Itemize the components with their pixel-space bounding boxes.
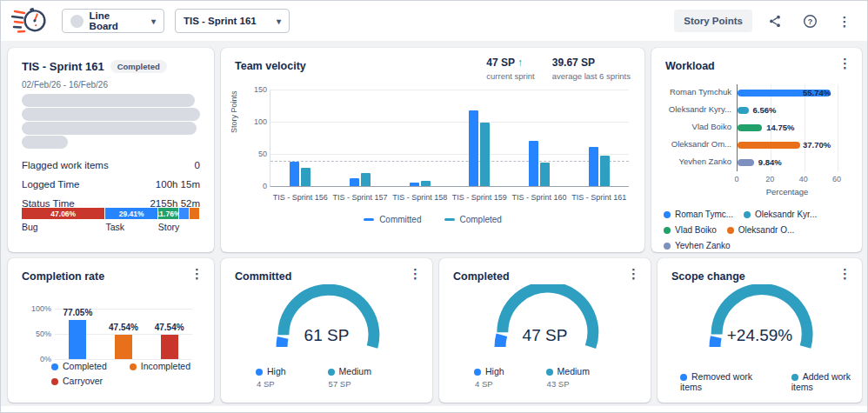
legend-high[interactable]: High 4 SP [474,366,504,389]
card-title: Team velocity [235,60,306,72]
sprint-goal-placeholder [22,94,200,150]
board-avatar [70,15,83,28]
gridline [270,90,629,90]
card-menu-icon[interactable]: ⋮ [190,267,204,280]
bar-value-label: 77.05% [50,308,105,317]
legend-removed[interactable]: Removed work items [680,371,762,392]
more-menu-icon[interactable]: ⋮ [832,9,857,33]
completed-gauge: 47 SP [480,284,611,354]
assignee-label: Roman Tymchuk [662,87,731,97]
workload-value: 6.56% [753,105,777,115]
bar-committed-2[interactable] [410,183,419,186]
sprint-date-range: 02/Feb/26 - 16/Feb/26 [22,80,108,90]
type-segment-other-4[interactable] [190,208,199,219]
velocity-legend: Committed Completed [235,215,631,224]
stat-row: Logged Time 100h 15m [22,175,200,194]
gridline [270,154,629,155]
dashboard: { "topbar": { "board_dropdown": { "label… [0,0,868,413]
current-sprint-stat: 47 SP ↑ current sprint [486,57,534,81]
y-tick-label: 0 [246,182,267,190]
average-stat: 39.67 SP average last 6 sprints [552,57,631,81]
legend-committed[interactable]: Committed [364,215,421,224]
card-menu-icon[interactable]: ⋮ [627,267,640,280]
bar-incompleted[interactable] [115,335,132,359]
dashboard-content: TIS - Sprint 161 Completed 02/Feb/26 - 1… [1,41,867,406]
gauge-legend: Removed work items Added work items [680,371,862,392]
legend-medium[interactable]: Medium 43 SP [546,366,590,389]
bar-completed-5[interactable] [600,156,610,186]
bar-carryover[interactable] [161,335,178,359]
bar-committed-1[interactable] [350,178,359,186]
share-icon[interactable] [763,9,787,33]
bar-completed-2[interactable] [421,181,431,186]
completion-legend: Completed Incompleted Carryover [51,361,190,390]
type-segment-Story[interactable]: 11.76% [158,208,178,219]
legend-item[interactable]: Roman Tymc... [664,210,733,219]
workload-bar-3[interactable] [738,124,762,131]
scope-change-card: Scope change ⋮ +24.59% Removed work item… [658,258,862,403]
x-axis-title: Percentage [737,187,838,197]
assignee-label: Oleksandr Kyry... [662,104,731,114]
card-menu-icon[interactable]: ⋮ [838,267,851,280]
svg-text:?: ? [807,17,811,25]
type-label: Story [158,222,180,232]
legend-medium[interactable]: Medium 57 SP [328,366,371,389]
type-label: Task [105,222,124,232]
card-menu-icon[interactable]: ⋮ [409,267,422,280]
bar-committed-0[interactable] [290,162,299,186]
workload-bar-5[interactable] [738,159,754,166]
legend-item[interactable]: Incompleted [130,361,190,371]
legend-item[interactable]: Oleksandr O... [727,225,794,235]
workload-bar-2[interactable] [738,107,749,114]
legend-item[interactable]: Completed [51,361,107,371]
type-distribution-labels: BugTaskStory [22,222,200,234]
sprint-dropdown-label: TIS - Sprint 161 [184,16,265,26]
stat-value: 0 [195,160,200,170]
bar-completed-0[interactable] [301,168,310,186]
legend-item[interactable]: Oleksandr Kyr... [744,210,817,219]
legend-completed[interactable]: Completed [444,215,502,224]
sprint-dropdown[interactable]: TIS - Sprint 161 ▾ [175,9,290,33]
x-axis-label: TIS - Sprint 161 [564,193,635,202]
bar-committed-4[interactable] [529,141,538,186]
legend-high[interactable]: High 4 SP [256,366,286,389]
legend-item[interactable]: Yevhen Zanko [664,241,731,250]
bar-completed-1[interactable] [361,173,371,186]
velocity-stats: 47 SP ↑ current sprint 39.67 SP average … [486,57,631,81]
y-tick-label: 50 [246,150,267,158]
legend-item[interactable]: Carryover [51,376,103,386]
card-menu-icon[interactable]: ⋮ [838,57,851,70]
bar-committed-5[interactable] [589,147,598,186]
help-icon[interactable]: ? [798,9,822,33]
workload-bar-4[interactable] [738,142,800,149]
trend-up-icon: ↑ [517,57,523,69]
x-tick-label: 20 [759,175,780,183]
bar-committed-3[interactable] [469,110,478,186]
gauge-legend: High 4 SP Medium 43 SP [474,366,590,389]
type-segment-Bug[interactable]: 47.06% [22,208,104,219]
team-velocity-card: Team velocity 47 SP ↑ current sprint 39.… [221,48,644,252]
bar-completed-4[interactable] [540,163,550,186]
bar-completed[interactable] [69,320,86,359]
x-tick-label: 0 [726,175,747,183]
type-segment-Task[interactable]: 29.41% [105,208,157,219]
assignee-label: Oleksandr Om... [662,139,731,149]
bar-completed-3[interactable] [480,123,490,186]
legend-added[interactable]: Added work items [791,371,862,392]
legend-marker [444,218,455,221]
board-dropdown[interactable]: Line Board ▾ [62,9,164,33]
chevron-down-icon: ▾ [151,17,156,26]
gridline [55,359,192,360]
y-tick-label: 50% [30,330,51,338]
workload-chart: 55.74%6.56%14.75%37.70%9.84% Percentage … [662,84,853,199]
gridline [270,122,629,123]
committed-card: Committed ⋮ 61 SP High 4 SP Medium 57 SP [221,258,432,403]
legend-item[interactable]: Vlad Boiko [664,225,717,235]
card-title: Completion rate [22,270,104,283]
velocity-plot: 050100150TIS - Sprint 156TIS - Sprint 15… [270,90,629,187]
velocity-chart: Story Points 050100150TIS - Sprint 156TI… [235,88,631,232]
type-segment-other-3[interactable] [179,208,189,219]
stat-row: Flagged work items 0 [22,156,200,175]
y-tick-label: 100 [246,117,267,126]
story-points-button[interactable]: Story Points [674,10,752,32]
